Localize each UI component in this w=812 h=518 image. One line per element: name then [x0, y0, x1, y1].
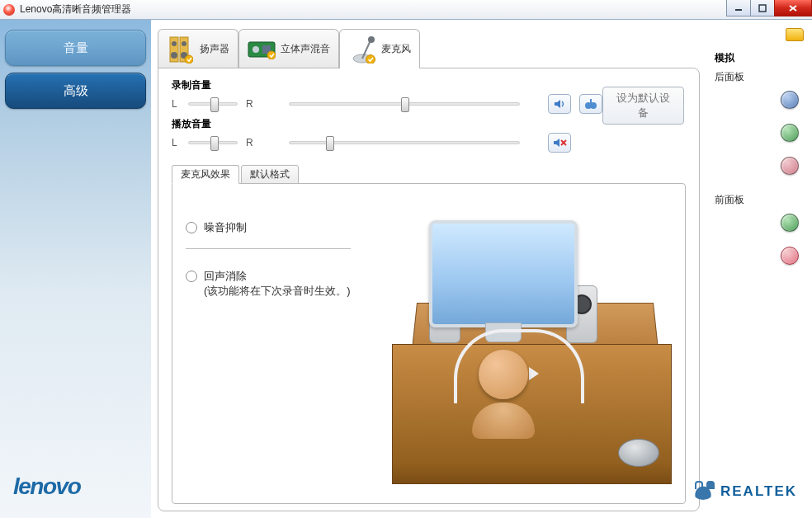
- rear-jack-line-out[interactable]: [781, 124, 799, 142]
- rear-jacks: [715, 91, 804, 175]
- device-panel: 录制音量 L R: [158, 68, 700, 511]
- sidebar-item-volume[interactable]: 音量: [5, 30, 146, 66]
- soundcard-icon: [248, 35, 276, 64]
- maximize-button[interactable]: [750, 0, 775, 16]
- rear-jack-line-in[interactable]: [781, 91, 799, 109]
- rear-jack-mic[interactable]: [781, 157, 799, 175]
- playback-mute-button[interactable]: [548, 133, 571, 153]
- subtab-default-format[interactable]: 默认格式: [241, 165, 299, 184]
- minimize-icon: [734, 4, 743, 12]
- microphone-icon: [348, 35, 376, 64]
- balance-r-label: R: [246, 98, 254, 110]
- svg-point-10: [185, 55, 193, 64]
- lenovo-logo: lenovo: [13, 473, 80, 500]
- sidebar-item-label: 音量: [64, 40, 88, 56]
- close-button[interactable]: [774, 0, 812, 16]
- sidebar: 音量 高级 lenovo: [0, 20, 151, 518]
- device-tab-stereo-mix[interactable]: 立体声混音: [238, 29, 339, 68]
- recording-boost-button[interactable]: [579, 94, 602, 114]
- device-tab-microphone[interactable]: 麦克风: [339, 29, 420, 68]
- svg-point-14: [267, 51, 276, 59]
- title-bar: Lenovo高清晰音频管理器: [0, 0, 812, 20]
- balance-r-label: R: [246, 137, 254, 148]
- svg-rect-1: [759, 5, 766, 12]
- svg-point-7: [182, 41, 186, 46]
- set-default-device-label: 设为默认设备: [616, 92, 670, 119]
- radio-icon: [186, 222, 197, 233]
- front-jacks: [715, 214, 804, 265]
- analog-section-title: 模拟: [715, 51, 804, 65]
- sub-tabs: 麦克风效果 默认格式: [172, 164, 686, 183]
- device-tab-label: 扬声器: [200, 42, 229, 56]
- mic-boost-icon: [583, 97, 598, 111]
- svg-rect-21: [590, 99, 592, 104]
- subtab-mic-effects[interactable]: 麦克风效果: [172, 165, 239, 184]
- front-jack-mic[interactable]: [781, 247, 799, 265]
- option-note: (该功能将在下次录音时生效。): [204, 284, 351, 299]
- maximize-icon: [758, 4, 767, 12]
- device-tab-label: 麦克风: [381, 42, 411, 56]
- svg-point-6: [172, 41, 177, 46]
- balance-l-label: L: [172, 137, 180, 148]
- desk-mic-icon: [618, 439, 659, 467]
- subtab-panel: 噪音抑制 回声消除 (该功能将在下次录音时生效。): [172, 183, 686, 504]
- person-head-icon: [479, 350, 528, 399]
- monitor-icon: [429, 220, 578, 327]
- subtab-label: 默认格式: [250, 168, 290, 180]
- sound-on-icon: [553, 98, 566, 110]
- mic-effects-options: 噪音抑制 回声消除 (该功能将在下次录音时生效。): [186, 197, 351, 490]
- speaker-icon: [167, 35, 195, 64]
- device-tabs: 扬声器 立体声混音 麦克风: [158, 28, 706, 68]
- playback-volume-title: 播放音量: [172, 117, 602, 131]
- realtek-text: REALTEK: [720, 483, 797, 500]
- sound-muted-icon: [552, 137, 567, 148]
- option-noise-suppression[interactable]: 噪音抑制: [186, 220, 351, 249]
- svg-point-12: [253, 46, 259, 53]
- recording-volume-slider[interactable]: [289, 102, 520, 106]
- close-icon: [788, 4, 798, 12]
- front-jack-headphone[interactable]: [781, 214, 799, 232]
- device-tab-label: 立体声混音: [281, 42, 330, 56]
- window-controls: [727, 0, 812, 16]
- recording-mute-button[interactable]: [548, 94, 571, 114]
- sidebar-item-label: 高级: [64, 83, 88, 99]
- recording-balance-slider[interactable]: [188, 102, 238, 106]
- device-tab-speakers[interactable]: 扬声器: [158, 29, 238, 68]
- connector-panel: 模拟 后面板 前面板 REALTEK: [706, 20, 812, 518]
- minimize-button[interactable]: [726, 0, 751, 16]
- playback-volume-slider[interactable]: [289, 141, 520, 144]
- device-advanced-settings-button[interactable]: [786, 28, 804, 41]
- playback-balance-slider[interactable]: [188, 141, 238, 144]
- svg-point-8: [171, 52, 177, 59]
- sidebar-item-advanced[interactable]: 高级: [5, 73, 146, 109]
- microphone-illustration: [361, 197, 672, 490]
- recording-volume-title: 录制音量: [172, 78, 602, 92]
- realtek-crab-icon: [692, 483, 714, 500]
- radio-icon: [186, 271, 197, 282]
- option-label: 噪音抑制: [204, 220, 247, 235]
- set-default-device-button[interactable]: 设为默认设备: [602, 87, 684, 125]
- app-icon: [3, 4, 15, 16]
- option-echo-cancellation[interactable]: 回声消除 (该功能将在下次录音时生效。): [186, 269, 351, 299]
- svg-point-17: [368, 36, 375, 43]
- realtek-logo: REALTEK: [692, 483, 797, 500]
- rear-panel-label: 后面板: [715, 70, 804, 84]
- option-label: 回声消除: [204, 269, 351, 284]
- main-panel: 扬声器 立体声混音 麦克风 录制音量: [151, 20, 706, 518]
- subtab-label: 麦克风效果: [181, 168, 230, 180]
- window-title: Lenovo高清晰音频管理器: [20, 2, 131, 16]
- svg-point-18: [366, 54, 375, 64]
- balance-l-label: L: [172, 98, 180, 110]
- front-panel-label: 前面板: [715, 193, 804, 207]
